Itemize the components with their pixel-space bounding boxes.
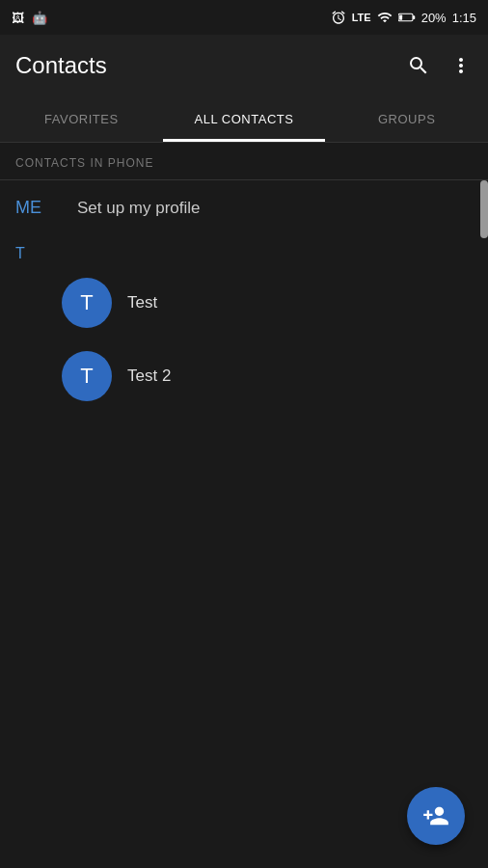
- contact-row-test[interactable]: T Test: [0, 266, 488, 339]
- svg-rect-1: [413, 15, 415, 19]
- battery-percent: 20%: [421, 11, 447, 25]
- tab-favorites[interactable]: FAVORITES: [0, 96, 163, 142]
- contact-avatar-test2: T: [62, 351, 112, 401]
- content-area: ME Set up my profile T T Test T Test 2: [0, 180, 488, 413]
- app-bar-actions: [407, 54, 473, 77]
- more-options-button[interactable]: [449, 54, 473, 77]
- contact-name-test: Test: [127, 293, 157, 312]
- contact-avatar-test: T: [62, 278, 112, 328]
- status-left-icons: 🖼 🤖: [12, 11, 47, 25]
- alarm-icon: [331, 10, 346, 25]
- contact-name-test2: Test 2: [127, 366, 171, 386]
- tab-all-contacts[interactable]: ALL CONTACTS: [163, 96, 326, 142]
- search-button[interactable]: [407, 54, 430, 77]
- add-contact-fab[interactable]: [407, 787, 465, 845]
- android-icon: 🤖: [32, 11, 47, 25]
- signal-icon: [377, 10, 393, 25]
- scrollbar-track[interactable]: [480, 180, 488, 413]
- status-bar: 🖼 🤖 LTE 20% 1:15: [0, 0, 488, 35]
- search-icon: [407, 54, 430, 77]
- scrollbar-thumb: [480, 180, 488, 238]
- group-letter-t: T: [0, 235, 488, 266]
- time-display: 1:15: [452, 11, 476, 25]
- add-contact-icon: [422, 802, 449, 829]
- me-profile-text: Set up my profile: [77, 199, 201, 218]
- photo-icon: 🖼: [12, 11, 24, 25]
- lte-icon: LTE: [352, 12, 371, 23]
- tab-groups[interactable]: GROUPS: [325, 96, 488, 142]
- app-title: Contacts: [15, 52, 107, 79]
- me-label: ME: [15, 198, 62, 218]
- svg-rect-2: [399, 14, 402, 19]
- contact-row-test2[interactable]: T Test 2: [0, 339, 488, 413]
- app-bar: Contacts: [0, 35, 488, 96]
- me-profile-row[interactable]: ME Set up my profile: [0, 180, 488, 235]
- tabs-bar: FAVORITES ALL CONTACTS GROUPS: [0, 96, 488, 143]
- more-options-icon: [449, 54, 473, 77]
- contact-group-t: T T Test T Test 2: [0, 235, 488, 413]
- battery-icon: [398, 12, 416, 23]
- section-header: CONTACTS IN PHONE: [0, 143, 488, 180]
- status-right-icons: LTE 20% 1:15: [331, 10, 476, 25]
